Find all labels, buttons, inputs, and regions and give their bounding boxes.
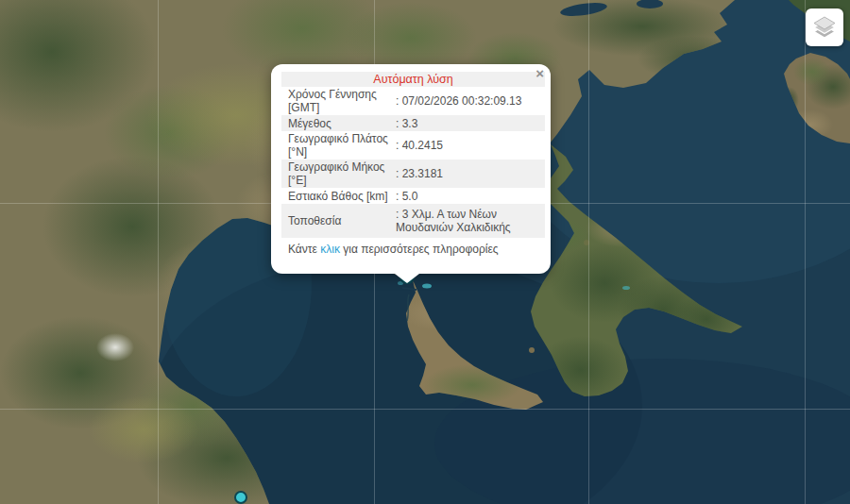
- popup-tail: [395, 274, 419, 283]
- popup-row-depth: Εστιακό Βάθος [km] : 5.0: [281, 188, 545, 204]
- row-label: Χρόνος Γέννησης [GMT]: [288, 88, 396, 114]
- row-value: : 23.3181: [396, 167, 545, 180]
- popup-row-magnitude: Μέγεθος : 3.3: [281, 115, 545, 131]
- footer-text: Κάντε: [288, 243, 320, 256]
- row-value: : 5.0: [396, 190, 545, 203]
- more-info-link[interactable]: κλικ: [320, 243, 340, 256]
- popup-title: Αυτόματη λύση: [281, 72, 545, 87]
- popup-row-origin-time: Χρόνος Γέννησης [GMT] : 07/02/2026 00:32…: [281, 87, 545, 115]
- layers-control-button[interactable]: [806, 8, 843, 46]
- row-value: : 40.2415: [396, 139, 545, 152]
- row-value: : 3.3: [396, 117, 545, 130]
- row-label: Γεωγραφικό Μήκος [°E]: [288, 160, 396, 187]
- close-icon[interactable]: ×: [536, 66, 544, 81]
- row-label: Γεωγραφικό Πλάτος [°N]: [288, 132, 396, 159]
- map-application: × Αυτόματη λύση Χρόνος Γέννησης [GMT] : …: [0, 0, 850, 504]
- row-label: Μέγεθος: [288, 117, 396, 130]
- layers-icon: [812, 14, 837, 41]
- row-label: Τοποθεσία: [288, 214, 396, 227]
- popup-footer: Κάντε κλικ για περισσότερες πληροφορίες: [281, 240, 545, 256]
- row-value: : 3 Χλμ. Α των Νέων Μουδανιών Χαλκιδικής: [396, 208, 545, 234]
- footer-text: για περισσότερες πληροφορίες: [340, 243, 499, 256]
- popup-content: Αυτόματη λύση Χρόνος Γέννησης [GMT] : 07…: [281, 72, 545, 274]
- row-value: : 07/02/2026 00:32:09.13: [396, 94, 545, 108]
- popup-row-latitude: Γεωγραφικό Πλάτος [°N] : 40.2415: [281, 131, 545, 160]
- popup-row-location: Τοποθεσία : 3 Χλμ. Α των Νέων Μουδανιών …: [281, 204, 545, 238]
- popup-row-longitude: Γεωγραφικό Μήκος [°E] : 23.3181: [281, 160, 545, 188]
- earthquake-marker-secondary[interactable]: [235, 492, 246, 503]
- earthquake-popup: × Αυτόματη λύση Χρόνος Γέννησης [GMT] : …: [271, 64, 551, 274]
- row-label: Εστιακό Βάθος [km]: [288, 190, 396, 203]
